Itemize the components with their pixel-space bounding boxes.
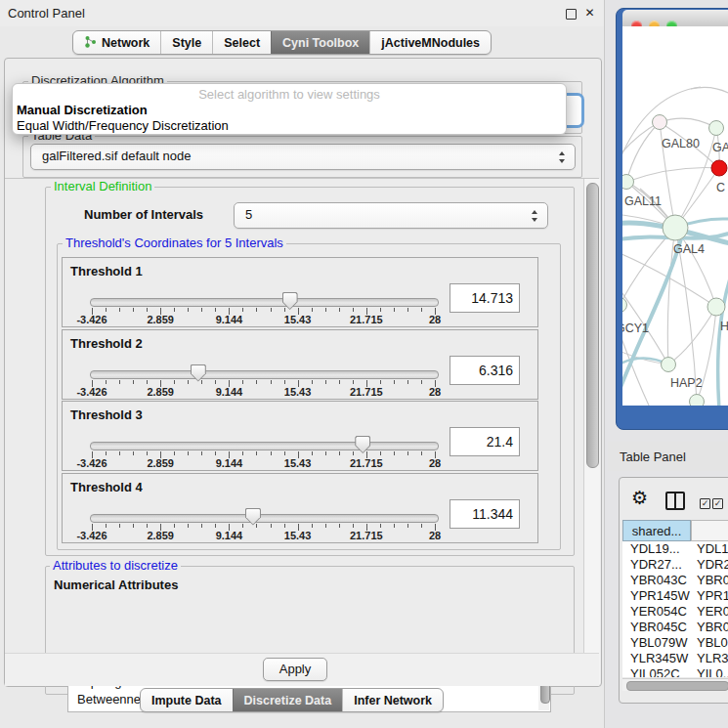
threshold-value-field[interactable]: 6.316 (450, 356, 520, 385)
panel-scrollbar[interactable] (583, 179, 600, 684)
cell-name[interactable]: YER0... (697, 604, 728, 620)
slider-tick (119, 380, 120, 384)
num-intervals-combobox[interactable]: 5 (234, 202, 548, 229)
table-row[interactable]: YLR345WYLR3... (622, 651, 728, 666)
slider-tick (106, 308, 107, 312)
network-node-gcy1[interactable] (622, 298, 627, 313)
threshold-value-field[interactable]: 14.713 (450, 283, 520, 313)
tab-label: Impute Data (151, 694, 222, 707)
table-row[interactable]: YDL19...YDL1... (622, 541, 728, 557)
network-edge-highlighted[interactable] (622, 238, 681, 398)
close-icon[interactable]: ✕ (584, 8, 595, 19)
network-node-gal4[interactable] (663, 215, 688, 240)
slider-tick-label: 2.859 (133, 314, 188, 325)
network-canvas[interactable]: GAL80GACGAL11GAL4GCY1HHAP2 (622, 26, 728, 406)
table-row[interactable]: YPR145WYPR1... (622, 588, 728, 604)
node-table[interactable]: shared... na YDL19...YDL1...YDR27...YDR2… (622, 520, 728, 677)
tab-jactivemnodules[interactable]: jActiveMNodules (369, 31, 491, 54)
column-header-name[interactable]: na (691, 520, 728, 541)
checkbox-checked-icon[interactable]: ✓ (700, 498, 710, 509)
network-node-ga[interactable] (709, 121, 724, 136)
cell-name[interactable]: YPR1... (697, 588, 728, 604)
cell-shared-name[interactable]: YIL052C (630, 666, 680, 677)
threshold-value-field[interactable]: 11.344 (450, 499, 520, 529)
apply-button[interactable]: Apply (263, 658, 327, 681)
cell-shared-name[interactable]: YBL079W (630, 635, 688, 651)
float-window-icon[interactable] (566, 9, 577, 20)
slider-track[interactable] (90, 370, 439, 379)
cell-name[interactable]: YDR2... (697, 557, 728, 573)
slider-tick (256, 308, 257, 312)
table-row[interactable]: YBR043CYBR0... (622, 573, 728, 588)
table-data-combobox[interactable]: galFiltered.sif default node (30, 144, 576, 170)
column-header-shared-name[interactable]: shared... (622, 520, 691, 541)
table-horizontal-scrollbar[interactable] (622, 678, 728, 691)
cell-shared-name[interactable]: YLR345W (630, 651, 688, 666)
slider-thumb[interactable] (245, 508, 261, 526)
cell-name[interactable]: YBL0... (697, 635, 728, 651)
cell-shared-name[interactable]: YBR043C (630, 573, 687, 588)
tab-impute-data[interactable]: Impute Data (141, 689, 233, 711)
tab-style[interactable]: Style (160, 31, 212, 54)
cell-name[interactable]: YDL1... (697, 541, 728, 557)
cell-name[interactable]: YIL0... (697, 666, 728, 677)
slider-tick (380, 451, 381, 455)
cell-shared-name[interactable]: YDL19... (630, 541, 680, 557)
slider-tick (256, 451, 257, 455)
slider-track[interactable] (90, 298, 439, 307)
tab-select[interactable]: Select (212, 31, 271, 54)
algorithm-option-equal-width[interactable]: Equal Width/Frequency Discretization (17, 118, 229, 133)
tab-cyni-toolbox[interactable]: Cyni Toolbox (271, 31, 369, 54)
slider-thumb[interactable] (191, 364, 206, 382)
threshold-value-field[interactable]: 21.4 (450, 427, 520, 456)
network-node-c[interactable] (711, 160, 727, 176)
slider-tick-label: 15.43 (271, 314, 325, 325)
table-row[interactable]: YER054CYER0... (622, 604, 728, 620)
cell-shared-name[interactable]: YPR145W (630, 588, 690, 604)
table-row[interactable]: YBR045CYBR0... (622, 620, 728, 635)
network-edge[interactable] (626, 168, 719, 182)
table-row[interactable]: YBL079WYBL0... (622, 635, 728, 651)
checkbox-checked-icon[interactable]: ✓ (712, 498, 723, 509)
network-node-gal11[interactable] (622, 175, 634, 190)
cell-name[interactable]: YLR3... (697, 651, 728, 666)
slider-thumb[interactable] (355, 436, 370, 453)
network-node-hap2[interactable] (662, 358, 676, 372)
network-node[interactable] (690, 395, 705, 407)
slider-track[interactable] (90, 514, 439, 523)
network-node-gal80[interactable] (653, 115, 667, 130)
table-row[interactable]: YDR27...YDR2... (622, 557, 728, 573)
cell-shared-name[interactable]: YBR045C (630, 620, 687, 635)
table-hscrollbar-thumb[interactable] (626, 681, 728, 691)
gear-icon[interactable]: ⚙ (631, 489, 648, 507)
algorithm-option-manual[interactable]: Manual Discretization (17, 103, 148, 117)
slider-tick (407, 451, 408, 455)
attributes-group-label: Attributes to discretize (50, 559, 181, 572)
tab-network[interactable]: Network (73, 31, 160, 54)
slider-tick (353, 380, 354, 384)
split-columns-icon[interactable] (665, 492, 685, 510)
network-edge-highlighted[interactable] (718, 273, 728, 406)
slider-track[interactable] (90, 442, 439, 450)
slider-tick (353, 308, 354, 312)
slider-tick (284, 380, 285, 384)
cell-shared-name[interactable]: YER054C (630, 604, 687, 620)
network-edge[interactable] (660, 118, 716, 128)
network-node-h[interactable] (707, 298, 725, 316)
slider-tick (242, 380, 243, 384)
slider-tick-label: 15.43 (271, 457, 325, 469)
panel-scrollbar-thumb[interactable] (586, 183, 599, 468)
tab-infer-network[interactable]: Infer Network (342, 689, 443, 711)
cell-shared-name[interactable]: YDR27... (630, 557, 682, 573)
tab-discretize-data[interactable]: Discretize Data (233, 689, 343, 711)
slider-tick (106, 451, 107, 455)
network-edge[interactable] (626, 122, 660, 182)
slider-tick-label: -3.426 (64, 530, 119, 541)
network-node-label: C (716, 181, 725, 194)
table-row[interactable]: YIL052CYIL0... (622, 666, 728, 677)
cell-name[interactable]: YBR0... (697, 573, 728, 588)
slider-tick (242, 524, 243, 528)
network-edge[interactable] (691, 87, 728, 99)
cell-name[interactable]: YBR0... (697, 620, 728, 635)
network-window-titlebar[interactable] (622, 10, 728, 26)
